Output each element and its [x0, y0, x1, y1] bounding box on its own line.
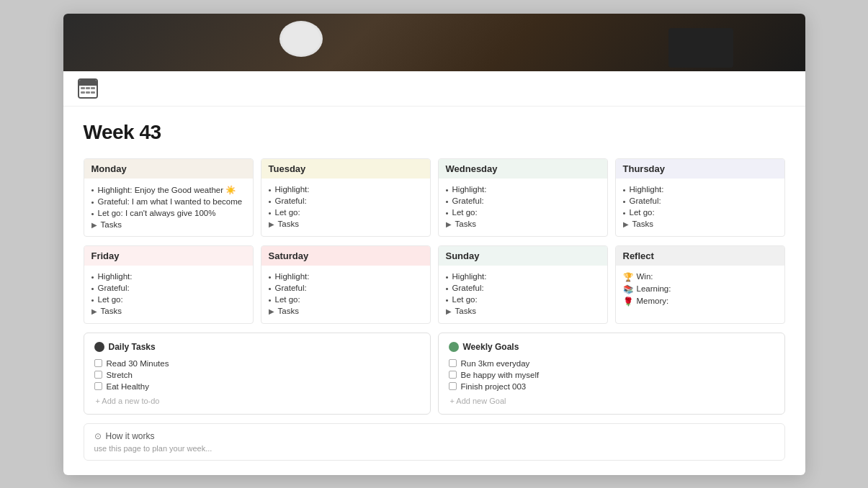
- list-item: •Let go:: [91, 294, 246, 306]
- reflect-memory: 🌹 Memory:: [623, 296, 777, 308]
- list-item: ▶Tasks: [446, 306, 600, 317]
- reflect-win: 🏆 Win:: [623, 271, 777, 284]
- list-item: ▶Tasks: [446, 219, 600, 230]
- day-body-saturday: •Highlight: •Grateful: •Let go: ▶Tasks: [261, 266, 430, 323]
- day-body-wednesday: •Highlight: •Grateful: •Let go: ▶Tasks: [439, 179, 607, 236]
- toggle-icon[interactable]: ▶: [269, 307, 274, 315]
- bullet-icon: •: [269, 273, 272, 281]
- list-item: •Highlight:: [446, 184, 600, 196]
- day-body-sunday: •Highlight: •Grateful: •Let go: ▶Tasks: [439, 266, 607, 323]
- day-header-wednesday: Wednesday: [439, 159, 607, 179]
- goal-checkbox[interactable]: [449, 359, 457, 367]
- bullet-icon: •: [446, 186, 449, 194]
- add-goal-button[interactable]: + Add new Goal: [449, 397, 774, 405]
- header-bar: [63, 71, 805, 107]
- toggle-icon[interactable]: ▶: [91, 307, 97, 315]
- list-item: •Highlight:: [91, 271, 246, 283]
- list-item: ▶Tasks: [623, 219, 777, 230]
- list-item: •Highlight:: [269, 271, 423, 283]
- bullet-icon: •: [269, 197, 272, 206]
- day-body-tuesday: •Highlight: •Grateful: •Let go: ▶Tasks: [261, 179, 430, 236]
- weekly-goals-icon: [449, 342, 459, 352]
- day-body-monday: •Highlight: Enjoy the Good weather ☀️ •G…: [84, 179, 253, 236]
- day-header-friday: Friday: [84, 246, 253, 266]
- task-checkbox[interactable]: [94, 371, 102, 379]
- weekly-goals-title: Weekly Goals: [449, 342, 774, 352]
- list-item: •Grateful: I am what I wanted to become: [91, 196, 246, 208]
- list-item: ▶Tasks: [91, 220, 246, 230]
- list-item: •Grateful:: [623, 196, 777, 207]
- bullet-icon: •: [269, 284, 272, 293]
- learning-emoji: 📚: [623, 284, 633, 294]
- day-card-sunday: Sunday •Highlight: •Grateful: •Let go: ▶…: [438, 245, 608, 324]
- list-item: •Let go: I can't always give 100%: [91, 208, 246, 220]
- toggle-icon[interactable]: ▶: [446, 307, 452, 315]
- add-task-button[interactable]: + Add a new to-do: [94, 397, 420, 405]
- day-card-thursday: Thursday •Highlight: •Grateful: •Let go:…: [615, 158, 785, 237]
- calendar-icon: [78, 78, 98, 99]
- memory-emoji: 🌹: [623, 297, 633, 307]
- day-header-monday: Monday: [84, 159, 253, 179]
- list-item: •Grateful:: [91, 283, 246, 294]
- day-body-friday: •Highlight: •Grateful: •Let go: ▶Tasks: [84, 266, 253, 323]
- day-body-thursday: •Highlight: •Grateful: •Let go: ▶Tasks: [616, 179, 784, 236]
- bullet-icon: •: [623, 209, 626, 217]
- bullet-icon: •: [446, 209, 449, 217]
- list-item: ▶Tasks: [269, 219, 423, 230]
- daily-tasks-title: Daily Tasks: [94, 342, 420, 352]
- tasks-section: Daily Tasks Read 30 Minutes Stretch Eat …: [84, 333, 785, 415]
- list-item: ▶Tasks: [269, 306, 423, 317]
- goal-item: Finish project 003: [449, 381, 774, 392]
- bullet-icon: •: [269, 186, 272, 194]
- bullet-icon: •: [269, 296, 272, 304]
- bullet-icon: •: [269, 209, 272, 217]
- goal-checkbox[interactable]: [449, 371, 457, 379]
- bullet-icon: •: [446, 273, 449, 281]
- day-header-reflect: Reflect: [616, 246, 784, 266]
- bullet-icon: •: [446, 197, 449, 206]
- list-item: •Grateful:: [446, 283, 600, 294]
- daily-tasks-card: Daily Tasks Read 30 Minutes Stretch Eat …: [84, 333, 431, 415]
- bullet-icon: •: [91, 273, 94, 281]
- list-item: •Highlight:: [623, 184, 777, 196]
- toggle-icon[interactable]: ▶: [269, 220, 274, 228]
- reflect-learning: 📚 Learning:: [623, 284, 777, 296]
- bullet-icon: •: [91, 186, 94, 194]
- list-item: •Let go:: [269, 207, 423, 219]
- toggle-icon[interactable]: ▶: [446, 220, 452, 228]
- content-area: Week 43 Monday •Highlight: Enjoy the Goo…: [63, 107, 805, 475]
- bullet-icon: •: [91, 284, 94, 293]
- list-item: •Grateful:: [446, 196, 600, 207]
- how-it-works-section: ⊙ How it works use this page to plan you…: [84, 423, 785, 461]
- bullet-icon: •: [623, 197, 626, 206]
- bullet-icon: •: [623, 186, 626, 194]
- bullet-icon: •: [446, 284, 449, 293]
- task-item: Read 30 Minutes: [94, 358, 420, 369]
- list-item: •Let go:: [269, 294, 423, 306]
- hero-image: [63, 14, 805, 71]
- task-checkbox[interactable]: [94, 382, 102, 390]
- day-card-saturday: Saturday •Highlight: •Grateful: •Let go:…: [261, 245, 431, 324]
- daily-tasks-icon: [94, 342, 104, 352]
- list-item: •Highlight: Enjoy the Good weather ☀️: [91, 184, 246, 196]
- week-title: Week 43: [84, 121, 785, 144]
- win-emoji: 🏆: [623, 272, 633, 282]
- bullet-icon: •: [446, 296, 449, 304]
- goal-checkbox[interactable]: [449, 382, 457, 390]
- toggle-icon[interactable]: ▶: [91, 221, 97, 229]
- day-card-wednesday: Wednesday •Highlight: •Grateful: •Let go…: [438, 158, 608, 237]
- day-card-reflect: Reflect 🏆 Win: 📚 Learning: 🌹 Memory:: [615, 245, 785, 324]
- list-item: •Let go:: [623, 207, 777, 219]
- goal-item: Be happy with myself: [449, 369, 774, 381]
- how-it-works-title: ⊙ How it works: [94, 431, 774, 441]
- days-grid-row1: Monday •Highlight: Enjoy the Good weathe…: [84, 158, 785, 237]
- list-item: •Highlight:: [269, 184, 423, 196]
- page-wrapper: Week 43 Monday •Highlight: Enjoy the Goo…: [63, 14, 805, 475]
- day-header-thursday: Thursday: [616, 159, 784, 179]
- calendar-icon-top: [79, 80, 97, 86]
- task-checkbox[interactable]: [94, 359, 102, 367]
- settings-icon: ⊙: [94, 431, 102, 441]
- toggle-icon[interactable]: ▶: [623, 220, 629, 228]
- task-item: Eat Healthy: [94, 381, 420, 392]
- how-it-works-text: use this page to plan your week...: [94, 444, 774, 453]
